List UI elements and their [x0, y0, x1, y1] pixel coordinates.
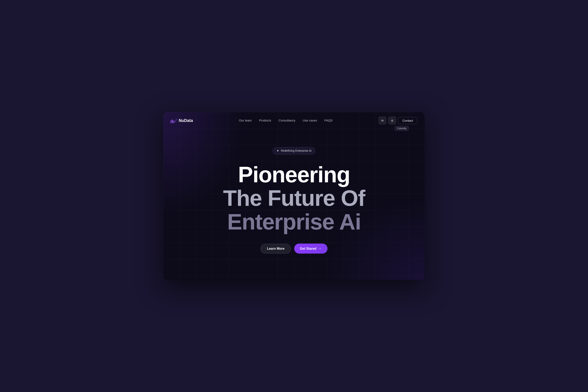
- logo-bar-1: [171, 120, 172, 123]
- hero-title-line2: The Future Of: [223, 186, 365, 210]
- linkedin-button[interactable]: in: [378, 116, 386, 124]
- nav-links: Our team Products Consultancy Use cases …: [239, 118, 332, 122]
- logo[interactable]: / NuData: [171, 118, 193, 123]
- browser-window: / NuData Our team Products Consultancy U…: [163, 112, 425, 280]
- nav-item-faqs[interactable]: FAQS: [324, 118, 332, 122]
- navigation: / NuData Our team Products Consultancy U…: [163, 112, 425, 129]
- nav-item-our-team[interactable]: Our team: [239, 118, 252, 122]
- logo-slash-icon: /: [176, 118, 176, 123]
- hero-title-line1: Pioneering: [223, 163, 365, 186]
- nav-link-use-cases[interactable]: Use cases: [303, 118, 317, 122]
- logo-bar-3: [174, 121, 174, 123]
- nav-link-our-team[interactable]: Our team: [239, 118, 252, 122]
- logo-name: NuData: [179, 118, 193, 123]
- nav-item-consultancy[interactable]: Consultancy: [278, 118, 296, 122]
- hero-badge: ✦ Redefining Enterprise Ai: [272, 147, 315, 154]
- nav-actions: in ◎ Calendly Contact: [378, 116, 417, 124]
- linkedin-icon: in: [382, 119, 384, 122]
- badge-text: Redefining Enterprise Ai: [281, 149, 311, 152]
- hero-title: Pioneering The Future Of Enterprise Ai: [223, 163, 365, 234]
- get-started-button[interactable]: Get Stared →: [294, 244, 328, 254]
- calendly-button[interactable]: ◎ Calendly: [388, 116, 396, 124]
- nav-link-consultancy[interactable]: Consultancy: [278, 118, 296, 122]
- badge-sparkle-icon: ✦: [276, 149, 279, 153]
- nav-link-products[interactable]: Products: [259, 118, 271, 122]
- hero-section: ✦ Redefining Enterprise Ai Pioneering Th…: [163, 129, 425, 280]
- hero-buttons: Learn More Get Stared →: [260, 244, 327, 254]
- calendly-icon: ◎: [391, 119, 394, 122]
- get-started-label: Get Stared: [300, 247, 316, 250]
- nav-item-products[interactable]: Products: [259, 118, 271, 122]
- logo-bars-icon: /: [171, 118, 176, 123]
- arrow-right-icon: →: [318, 246, 322, 251]
- nav-item-use-cases[interactable]: Use cases: [303, 118, 317, 122]
- hero-title-line3: Enterprise Ai: [223, 210, 365, 234]
- contact-button[interactable]: Contact: [398, 117, 417, 124]
- nav-link-faqs[interactable]: FAQS: [324, 118, 332, 122]
- calendly-tooltip: Calendly: [395, 126, 409, 131]
- learn-more-button[interactable]: Learn More: [260, 244, 291, 254]
- logo-bar-2: [172, 120, 173, 123]
